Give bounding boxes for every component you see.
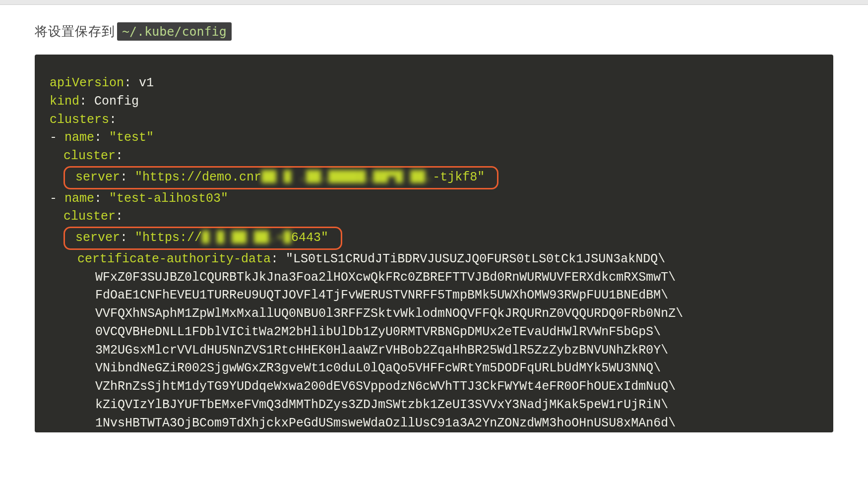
yaml-code-block: apiVersion: v1 kind: Config clusters: - … bbox=[35, 55, 833, 432]
yaml-cert-line: 3M2UGsxMlcrVVLdHU5NnZVS1RtcHHEK0HlaaWZrV… bbox=[50, 342, 818, 360]
yaml-cert-line: kZiQVIzYlBJYUFTbEMxeFVmQ3dMMThDZys3ZDJmS… bbox=[50, 396, 818, 415]
yaml-cert-line: VVFQXhNSAphM1ZpWlMxMxallUQ0NBU0l3RFFZSkt… bbox=[50, 305, 818, 323]
yaml-line-clusters: clusters: bbox=[50, 111, 818, 129]
window-chrome-bar bbox=[0, 0, 868, 5]
highlight-box-server2: server: "https://█ █ ██ ██.▪█6443" bbox=[63, 227, 342, 250]
yaml-line-cluster1-server: server: "https://demo.cnr██ █ .██.█████.… bbox=[50, 166, 818, 190]
yaml-cert-line: WFxZ0F3SUJBZ0lCQURBTkJkJna3Foa2lHOXcwQkF… bbox=[50, 269, 818, 287]
yaml-cert-line: FdOaE1CNFhEVEU1TURReU9UQTJOVFl4TjFvWERUS… bbox=[50, 287, 818, 305]
yaml-cert-line: VNibndNeGZiR002SjgwWGxZR3gveWt1c0duL0lQa… bbox=[50, 360, 818, 378]
yaml-line-cert-key: certificate-authority-data: "LS0tLS1CRUd… bbox=[50, 250, 818, 269]
yaml-line-cluster2-clusterkey: cluster: bbox=[50, 208, 818, 226]
yaml-line-cluster2-name: - name: "test-alihost03" bbox=[50, 190, 818, 208]
yaml-line-cluster2-server: server: "https://█ █ ██ ██.▪█6443" bbox=[50, 226, 818, 250]
yaml-line-cluster1-name: - name: "test" bbox=[50, 129, 818, 147]
highlight-box-server1: server: "https://demo.cnr██ █ .██.█████.… bbox=[63, 166, 498, 189]
redacted-text: ██ █ .██.█████.██▀█ ██. bbox=[261, 170, 433, 184]
yaml-line-kind: kind: Config bbox=[50, 93, 818, 111]
yaml-cert-line: 0VCQVBHeDNLL1FDblVICitWa2M2bHlibUlDb1ZyU… bbox=[50, 323, 818, 342]
yaml-line-cluster1-clusterkey: cluster: bbox=[50, 147, 818, 166]
yaml-cert-line: 1NvsHBTWTA3OjBCom9TdXhjckxPeGdUSmsweWdaO… bbox=[50, 415, 818, 433]
intro-text: 将设置保存到 bbox=[35, 23, 115, 40]
yaml-cert-line: VZhRnZsSjhtM1dyTG9YUDdqeWxwa200dEV6SVppo… bbox=[50, 378, 818, 396]
content-wrapper: 将设置保存到 ~/.kube/config apiVersion: v1 kin… bbox=[0, 5, 868, 432]
redacted-text: █ █ ██ ██.▪█ bbox=[202, 231, 291, 245]
intro-line: 将设置保存到 ~/.kube/config bbox=[35, 22, 833, 41]
yaml-line-apiversion: apiVersion: v1 bbox=[50, 74, 818, 93]
inline-code-path: ~/.kube/config bbox=[117, 22, 232, 41]
